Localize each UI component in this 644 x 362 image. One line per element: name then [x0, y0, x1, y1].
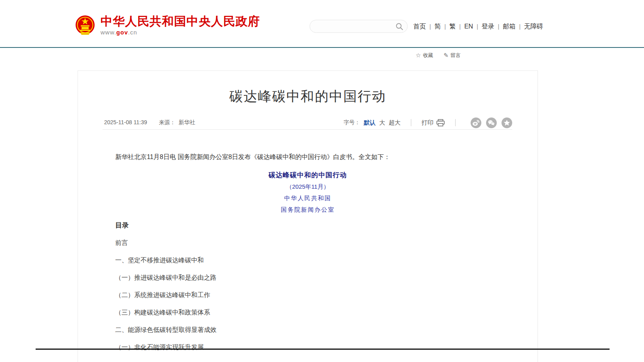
- toc-item-1: 一、坚定不移推进碳达峰碳中和: [115, 257, 500, 264]
- share-wechat-icon[interactable]: [486, 118, 497, 128]
- source-label: 来源：: [159, 119, 175, 125]
- nav-login[interactable]: 登录: [482, 23, 494, 30]
- favorite-button[interactable]: ☆ 收藏: [416, 52, 433, 59]
- article-body: 新华社北京11月8日电 国务院新闻办公室8日发布《碳达峰碳中和的中国行动》白皮书…: [115, 152, 500, 351]
- article-meta-left: 2025-11-08 11:39 来源： 新华社: [104, 119, 195, 126]
- vertical-divider: [411, 119, 411, 126]
- action-bar: ☆ 收藏 ✎ 留言: [416, 52, 461, 59]
- toc-item-1-2: （二）系统推进碳达峰碳中和工作: [115, 292, 500, 299]
- nav-divider: |: [459, 23, 461, 30]
- site-url-cn: .cn: [128, 29, 137, 36]
- font-size-xlarge-button[interactable]: 超大: [389, 119, 401, 127]
- pencil-icon: ✎: [443, 52, 448, 59]
- source-value: 新华社: [179, 119, 195, 125]
- nav-divider: |: [477, 23, 478, 30]
- nav-divider: |: [519, 23, 521, 30]
- site-url-www: www.: [101, 29, 116, 36]
- publish-date: 2025-11-08 11:39: [104, 119, 147, 125]
- toc-item-2-1: （一）非化石能源实现跃升发展: [115, 344, 500, 351]
- font-size-label: 字号：: [344, 119, 360, 126]
- top-nav: 首页|简|繁|EN|登录|邮箱|无障碍: [413, 23, 543, 31]
- toc-heading: 目录: [115, 222, 500, 229]
- toc-item-1-1: （一）推进碳达峰碳中和是必由之路: [115, 274, 500, 281]
- toc-item-2: 二、能源绿色低碳转型取得显著成效: [115, 326, 500, 334]
- site-logo-link[interactable]: 中华人民共和国中央人民政府 www.gov.cn: [75, 15, 260, 36]
- site-title: 中华人民共和国中央人民政府: [101, 15, 260, 28]
- viewport-bottom-edge: [36, 349, 610, 350]
- header-divider-line: [0, 47, 644, 48]
- print-label: 打印: [422, 119, 433, 127]
- nav-divider: |: [498, 23, 500, 30]
- nav-accessibility[interactable]: 无障碍: [524, 23, 543, 30]
- font-size-default-button[interactable]: 默认: [364, 119, 376, 127]
- doc-author-line-1: 中华人民共和国: [115, 193, 500, 203]
- article-title: 碳达峰碳中和的中国行动: [94, 88, 522, 104]
- nav-english[interactable]: EN: [464, 23, 473, 30]
- print-button[interactable]: 打印: [422, 119, 445, 127]
- comment-button[interactable]: ✎ 留言: [443, 52, 461, 59]
- national-emblem-icon: [75, 15, 95, 36]
- search-box: [310, 20, 408, 33]
- toc-item-1-3: （三）构建碳达峰碳中和政策体系: [115, 309, 500, 316]
- search-input[interactable]: [310, 20, 395, 32]
- site-url-gov: gov: [116, 29, 128, 36]
- share-weibo-icon[interactable]: [471, 118, 481, 128]
- share-favorite-icon[interactable]: [502, 118, 512, 128]
- doc-author-line-2: 国务院新闻办公室: [115, 205, 500, 214]
- toc-item-preface: 前言: [115, 239, 500, 246]
- favorite-label: 收藏: [423, 52, 433, 59]
- printer-icon: [436, 119, 445, 127]
- article-meta-row: 2025-11-08 11:39 来源： 新华社 字号： 默认 大 超大 打印: [104, 118, 512, 127]
- nav-mail[interactable]: 邮箱: [503, 23, 515, 30]
- star-icon: ☆: [416, 52, 421, 59]
- brand-text: 中华人民共和国中央人民政府 www.gov.cn: [101, 15, 260, 36]
- comment-label: 留言: [450, 52, 461, 59]
- article-card: 碳达峰碳中和的中国行动 2025-11-08 11:39 来源： 新华社 字号：…: [78, 70, 538, 362]
- nav-simplified[interactable]: 简: [435, 23, 441, 30]
- meta-divider-line: [103, 129, 512, 130]
- nav-divider: |: [445, 23, 446, 30]
- vertical-divider: [455, 119, 456, 126]
- font-size-large-button[interactable]: 大: [379, 119, 385, 127]
- site-url: www.gov.cn: [101, 29, 260, 36]
- search-icon[interactable]: [395, 23, 403, 30]
- nav-divider: |: [429, 23, 431, 30]
- article-meta-right: 字号： 默认 大 超大 打印: [344, 118, 512, 128]
- nav-home[interactable]: 首页: [413, 23, 426, 30]
- page: 中华人民共和国中央人民政府 www.gov.cn 首页|简|繁|EN|登录|邮箱…: [0, 0, 644, 362]
- nav-traditional[interactable]: 繁: [449, 23, 456, 30]
- doc-title: 碳达峰碳中和的中国行动: [115, 171, 500, 180]
- lead-paragraph: 新华社北京11月8日电 国务院新闻办公室8日发布《碳达峰碳中和的中国行动》白皮书…: [115, 152, 500, 162]
- doc-date: （2025年11月）: [115, 182, 500, 191]
